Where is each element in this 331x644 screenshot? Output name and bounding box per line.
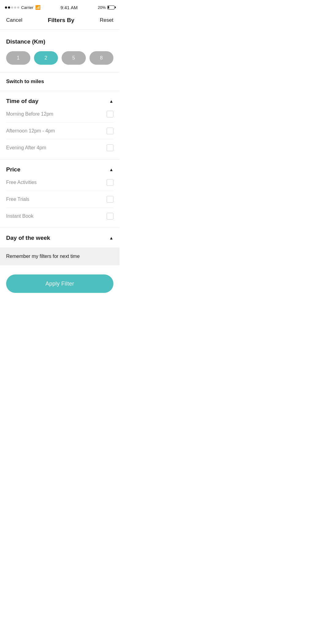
signal-dot-1 — [5, 6, 7, 9]
list-item: Free Activities — [6, 174, 113, 191]
apply-button-container: Apply Filter — [0, 265, 120, 305]
list-item: Afternoon 12pm - 4pm — [6, 123, 113, 140]
price-title: Price — [6, 166, 20, 173]
remember-filters-label: Remember my filters for next time — [6, 254, 80, 259]
evening-checkbox[interactable] — [107, 144, 113, 151]
carrier-label: Carrier — [21, 5, 33, 10]
list-item: Morning Before 12pm — [6, 106, 113, 123]
price-header: Price ▲ — [6, 159, 113, 173]
battery-percent: 20% — [98, 5, 106, 10]
morning-label: Morning Before 12pm — [6, 111, 53, 117]
morning-checkbox[interactable] — [107, 111, 113, 117]
status-left: Carrier 📶 — [5, 5, 40, 10]
distance-section: Distance (Km) 1 2 5 8 — [0, 30, 120, 72]
battery-icon — [107, 6, 115, 10]
signal-dot-2 — [8, 6, 10, 9]
wifi-icon: 📶 — [35, 5, 40, 10]
switch-miles-section: Switch to miles — [0, 72, 120, 91]
status-right: 20% — [98, 5, 115, 10]
switch-miles-button[interactable]: Switch to miles — [6, 79, 44, 84]
distance-btn-5[interactable]: 5 — [62, 51, 86, 65]
day-of-week-header: Day of the week ▲ — [6, 228, 113, 241]
instant-book-label: Instant Book — [6, 213, 33, 219]
price-items: Free Activities Free Trials Instant Book — [6, 174, 113, 224]
apply-filter-button[interactable]: Apply Filter — [6, 274, 113, 293]
signal-dot-5 — [17, 6, 19, 9]
battery-icon-container — [107, 6, 115, 10]
price-section: Price ▲ Free Activities Free Trials Inst… — [0, 159, 120, 228]
status-bar: Carrier 📶 9:41 AM 20% — [0, 0, 120, 13]
distance-btn-2[interactable]: 2 — [34, 51, 58, 65]
list-item: Free Trials — [6, 191, 113, 208]
instant-book-checkbox[interactable] — [107, 213, 113, 220]
status-time: 9:41 AM — [60, 5, 78, 10]
filter-content: Distance (Km) 1 2 5 8 Switch to miles Ti… — [0, 30, 120, 305]
distance-btn-8[interactable]: 8 — [89, 51, 114, 65]
header: Cancel Filters By Reset — [0, 13, 120, 30]
afternoon-label: Afternoon 12pm - 4pm — [6, 128, 55, 134]
signal-dots — [5, 6, 19, 9]
afternoon-checkbox[interactable] — [107, 128, 113, 134]
distance-buttons: 1 2 5 8 — [6, 51, 113, 65]
list-item: Evening After 4pm — [6, 140, 113, 156]
free-activities-label: Free Activities — [6, 180, 37, 185]
distance-btn-1[interactable]: 1 — [6, 51, 30, 65]
time-of-day-header: Time of day ▲ — [6, 91, 113, 105]
cancel-button[interactable]: Cancel — [6, 16, 22, 25]
distance-title: Distance (Km) — [6, 38, 113, 45]
signal-dot-4 — [14, 6, 16, 9]
price-chevron-icon[interactable]: ▲ — [109, 167, 113, 172]
reset-button[interactable]: Reset — [100, 16, 113, 25]
evening-label: Evening After 4pm — [6, 145, 46, 151]
day-of-week-section: Day of the week ▲ — [0, 228, 120, 241]
time-chevron-icon[interactable]: ▲ — [109, 99, 113, 104]
remember-filters-section: Remember my filters for next time — [0, 247, 120, 265]
time-of-day-section: Time of day ▲ Morning Before 12pm Aftern… — [0, 91, 120, 159]
free-activities-checkbox[interactable] — [107, 179, 113, 186]
battery-fill — [108, 6, 109, 9]
page-title: Filters By — [48, 17, 74, 24]
day-chevron-icon[interactable]: ▲ — [109, 236, 113, 240]
signal-dot-3 — [11, 6, 13, 9]
list-item: Instant Book — [6, 208, 113, 224]
time-of-day-title: Time of day — [6, 98, 38, 105]
free-trials-label: Free Trials — [6, 197, 29, 202]
time-of-day-items: Morning Before 12pm Afternoon 12pm - 4pm… — [6, 106, 113, 156]
day-of-week-title: Day of the week — [6, 235, 50, 241]
free-trials-checkbox[interactable] — [107, 196, 113, 203]
